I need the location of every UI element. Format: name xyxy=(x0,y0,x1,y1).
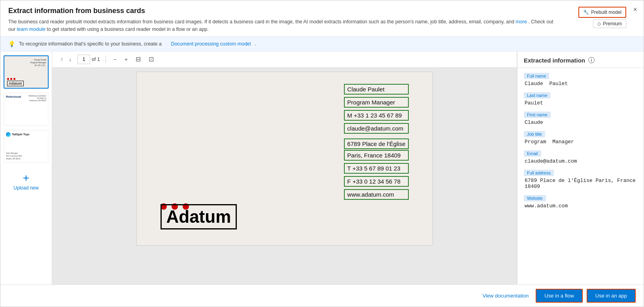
last-name-badge: Last name xyxy=(524,92,550,99)
field-job-title: Job title Program Manager xyxy=(524,131,637,145)
dot-2 xyxy=(10,78,12,80)
full-address-badge: Full address xyxy=(524,170,554,176)
card-phone-t: T +33 5 67 89 01 23 xyxy=(344,163,408,174)
thumbnail-3[interactable]: TailSpin Toys Sales Manager456 Commerce … xyxy=(4,130,49,163)
zoom-in-button[interactable]: + xyxy=(123,55,130,63)
full-address-value: 6789 Place de l'Église Paris, France 184… xyxy=(524,178,637,190)
zoom-out-button[interactable]: − xyxy=(111,55,119,63)
thumb-tailspin-brand: TailSpin Toys xyxy=(12,133,29,136)
extracted-info-title: Extracted information xyxy=(524,57,585,64)
card-address-line2: Paris, France 18409 xyxy=(344,150,408,161)
more-link[interactable]: more xyxy=(516,19,527,25)
dialog-header: Extract information from business cards … xyxy=(0,0,644,36)
thumb-relecloud-brand: Relecloud xyxy=(6,95,21,99)
thumb-adatum-dots xyxy=(7,78,15,80)
thumb-rc-top: Relecloud Marketing Coordinator123 Main … xyxy=(6,95,46,102)
card-phone-f: F +33 0 12 34 56 78 xyxy=(344,176,408,187)
viewer-panel: ↑ ↓ of 1 − + ⊟ ⊡ xyxy=(52,51,517,285)
close-button[interactable]: × xyxy=(633,6,637,13)
prebuilt-model-button[interactable]: 🔧 Prebuilt model xyxy=(578,7,626,18)
banner-text: To recognize information that's specific… xyxy=(19,41,162,47)
email-value: claude@adatum.com xyxy=(524,158,637,164)
card-address-line1: 6789 Place de l'Église xyxy=(344,138,408,149)
use-in-flow-button[interactable]: Use in a flow xyxy=(536,289,582,303)
info-fields-list: Full name Claude Paulet Last name Paulet… xyxy=(517,68,644,285)
custom-model-link[interactable]: Document processing custom model xyxy=(171,41,251,47)
model-icon: 🔧 xyxy=(583,9,589,15)
card-website: www.adatum.com xyxy=(344,189,408,200)
field-first-name: First name Claude xyxy=(524,112,637,125)
banner-text-end: . xyxy=(255,41,256,47)
card-email-field: claude@adatum.com xyxy=(344,123,408,134)
email-badge: Email xyxy=(524,150,541,157)
last-name-value: Paulet xyxy=(524,100,637,106)
info-banner: 💡 To recognize information that's specif… xyxy=(0,36,644,51)
thumb-tailspin-text: Sales Manager456 Commerce BlvdSeattle, W… xyxy=(6,152,46,160)
thumb-tailspin-card: TailSpin Toys Sales Manager456 Commerce … xyxy=(4,131,48,162)
toolbar-divider xyxy=(106,56,106,63)
page-up-button[interactable]: ↑ xyxy=(59,55,65,63)
lightbulb-icon: 💡 xyxy=(8,41,15,47)
main-content: Claude PauletProgram ManagerM +33 1 23..… xyxy=(0,51,644,285)
dialog-description: The business card reader prebuilt model … xyxy=(8,18,557,33)
page-of-label: of xyxy=(92,57,96,62)
job-title-badge: Job title xyxy=(524,131,545,137)
field-last-name: Last name Paulet xyxy=(524,92,637,106)
page-down-button[interactable]: ↓ xyxy=(67,55,74,63)
card-brand: Adatum xyxy=(161,204,237,229)
premium-label: Premium xyxy=(603,21,622,27)
thumbnail-1[interactable]: Claude PauletProgram ManagerM +33 1 23..… xyxy=(4,55,49,89)
field-full-name: Full name Claude Paulet xyxy=(524,73,637,87)
description-end: to get started with using a business car… xyxy=(47,27,208,32)
premium-badge: ◇ Premium xyxy=(593,19,626,28)
job-title-value: Program Manager xyxy=(524,139,637,145)
thumbnail-2-inner: Relecloud Marketing Coordinator123 Main … xyxy=(4,93,48,125)
full-name-value: Claude Paulet xyxy=(524,81,637,87)
card-address-group: 6789 Place de l'Église Paris, France 184… xyxy=(344,138,408,161)
upload-new-item[interactable]: + Upload new xyxy=(4,167,49,196)
upload-new-label: Upload new xyxy=(13,185,38,191)
website-badge: Website xyxy=(524,195,546,201)
viewer-content[interactable]: Adatum Claude Paulet Program Manager M +… xyxy=(52,68,517,285)
use-in-app-button[interactable]: Use in an app xyxy=(587,289,636,303)
toolbar-nav: ↑ ↓ xyxy=(59,55,74,63)
dialog-title-area: Extract information from business cards … xyxy=(8,7,636,33)
learn-module-link[interactable]: learn module xyxy=(17,27,45,32)
website-value: www.adatum.com xyxy=(524,203,637,209)
viewer-toolbar: ↑ ↓ of 1 − + ⊟ ⊡ xyxy=(52,51,517,68)
thumb-ts-top: TailSpin Toys xyxy=(6,132,46,137)
info-tooltip-icon[interactable]: i xyxy=(588,57,595,63)
thumbnail-1-inner: Claude PauletProgram ManagerM +33 1 23..… xyxy=(4,56,48,88)
thumb-relecloud-card: Relecloud Marketing Coordinator123 Main … xyxy=(4,93,48,125)
thumb-brand-adatum: Adatum xyxy=(7,81,24,86)
fit-width-button[interactable]: ⊟ xyxy=(134,55,143,64)
plus-icon: + xyxy=(23,172,29,184)
page-indicator: of 1 xyxy=(77,55,100,64)
thumb-relecloud-text: Marketing Coordinator123 Main StRedmond,… xyxy=(28,95,46,102)
page-total: 1 xyxy=(97,57,100,62)
top-right-actions: 🔧 Prebuilt model ◇ Premium xyxy=(578,7,626,28)
thumbnails-panel: Claude PauletProgram ManagerM +33 1 23..… xyxy=(0,51,52,285)
dot-3 xyxy=(13,78,15,80)
card-info: Claude Paulet Program Manager M +33 1 23… xyxy=(344,84,408,200)
extracted-info-panel: Extracted information i Full name Claude… xyxy=(517,51,644,285)
dialog-container: Extract information from business cards … xyxy=(0,0,644,307)
diamond-icon: ◇ xyxy=(597,21,601,27)
page-number-input[interactable] xyxy=(77,55,90,64)
fit-page-button[interactable]: ⊡ xyxy=(147,55,156,64)
field-email: Email claude@adatum.com xyxy=(524,150,637,164)
info-panel-header: Extracted information i xyxy=(517,51,644,68)
thumbnail-2[interactable]: Relecloud Marketing Coordinator123 Main … xyxy=(4,93,49,126)
business-card-image: Adatum Claude Paulet Program Manager M +… xyxy=(136,72,433,246)
card-title-field: Program Manager xyxy=(344,97,408,108)
thumb-adatum-text: Claude PauletProgram ManagerM +33 1 23..… xyxy=(30,59,46,67)
first-name-badge: First name xyxy=(524,112,551,118)
view-documentation-link[interactable]: View documentation xyxy=(483,293,529,299)
card-mobile-field: M +33 1 23 45 67 89 xyxy=(344,110,408,121)
full-name-badge: Full name xyxy=(524,73,549,79)
first-name-value: Claude xyxy=(524,119,637,125)
dot-1 xyxy=(7,78,9,80)
dialog-title: Extract information from business cards xyxy=(8,7,557,15)
description-text: The business card reader prebuilt model … xyxy=(8,19,514,25)
card-name-field: Claude Paulet xyxy=(344,84,408,95)
